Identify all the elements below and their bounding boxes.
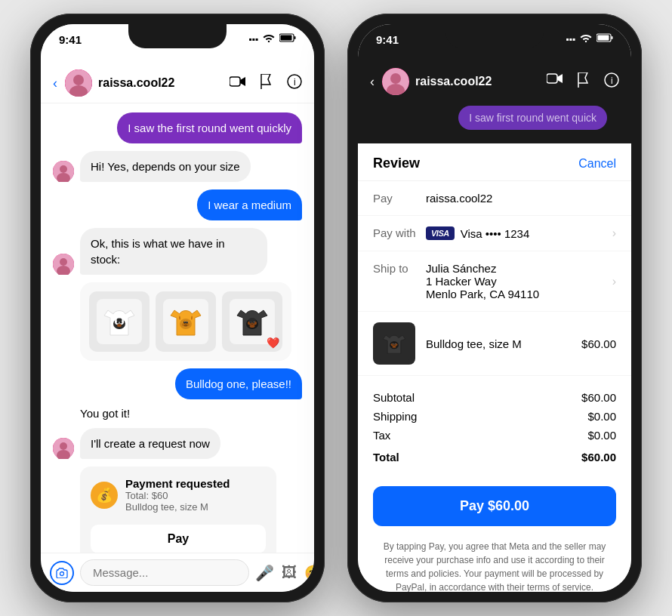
bubble-recv-1: Hi! Yes, depends on your size bbox=[80, 151, 251, 182]
wifi-icon-right bbox=[580, 33, 592, 45]
msg-sent-2: I wear a medium bbox=[53, 189, 302, 220]
sticker-icon[interactable]: 😊 bbox=[304, 564, 314, 582]
msg-system-1: You got it! bbox=[53, 407, 130, 420]
flag-icon-right[interactable] bbox=[577, 72, 590, 91]
svg-point-65 bbox=[395, 343, 396, 344]
payment-title: Payment requested bbox=[125, 477, 230, 490]
phone-right: 9:41 ▪▪▪ ‹ raiss bbox=[347, 14, 642, 602]
review-pay-row: Pay raissa.cool22 bbox=[358, 181, 631, 216]
svg-point-24 bbox=[119, 319, 122, 322]
bubble-sent-2: I wear a medium bbox=[197, 189, 302, 220]
avatar-right bbox=[382, 68, 409, 95]
scene: 9:41 ▪▪▪ ‹ bbox=[0, 0, 672, 616]
visa-badge: VISA bbox=[426, 226, 455, 240]
product-thumb-2[interactable] bbox=[156, 291, 216, 352]
recv-avatar-1 bbox=[53, 161, 74, 182]
preview-msg-area: I saw first round went quick bbox=[370, 100, 619, 136]
bubble-recv-3: I'll create a request now bbox=[80, 428, 220, 459]
svg-point-45 bbox=[60, 442, 67, 450]
svg-point-0 bbox=[268, 41, 270, 42]
review-title-row: Review Cancel bbox=[358, 143, 631, 181]
shipping-row: Shipping $0.00 bbox=[373, 407, 616, 426]
svg-point-11 bbox=[60, 165, 67, 173]
pay-button-card[interactable]: Pay bbox=[91, 525, 266, 553]
review-paywith-row: Pay with VISA Visa •••• 1234 › bbox=[358, 216, 631, 251]
pay-with-arrow[interactable]: › bbox=[612, 226, 616, 240]
payment-card: 💰 Payment requested Total: $60 Bulldog t… bbox=[80, 467, 276, 553]
info-icon-right[interactable]: i bbox=[604, 72, 619, 91]
review-shipto-row: Ship to Julia Sánchez 1 Hacker Way Menlo… bbox=[358, 251, 631, 312]
msg-recv-2: Ok, this is what we have in stock: bbox=[53, 228, 302, 275]
totals-section: Subtotal $60.00 Shipping $0.00 Tax $0.00… bbox=[358, 376, 631, 479]
svg-text:i: i bbox=[294, 77, 296, 88]
back-icon-left[interactable]: ‹ bbox=[53, 75, 57, 91]
svg-point-31 bbox=[184, 322, 185, 322]
svg-point-53 bbox=[390, 73, 401, 84]
svg-point-14 bbox=[60, 258, 67, 266]
chat-header-left: ‹ raissa.cool22 bbox=[41, 63, 314, 103]
payment-info: Payment requested Total: $60 Bulldog tee… bbox=[125, 477, 230, 513]
status-icons-left: ▪▪▪ bbox=[248, 33, 296, 45]
info-icon-left[interactable]: i bbox=[287, 74, 302, 93]
battery-icon-right bbox=[596, 33, 613, 45]
ship-to-arrow[interactable]: › bbox=[612, 275, 616, 288]
review-panel: Review Cancel Pay raissa.cool22 Pay with… bbox=[358, 143, 631, 592]
mic-icon[interactable]: 🎤 bbox=[255, 564, 274, 582]
svg-point-48 bbox=[585, 41, 587, 42]
svg-point-64 bbox=[393, 343, 394, 344]
ship-to-addr2: Menlo Park, CA 94110 bbox=[426, 288, 612, 300]
signal-icon: ▪▪▪ bbox=[248, 34, 258, 45]
total-value: $60.00 bbox=[581, 451, 616, 464]
big-pay-button[interactable]: Pay $60.00 bbox=[373, 486, 616, 526]
total-label: Total bbox=[373, 451, 399, 464]
status-bar-right: 9:41 ▪▪▪ bbox=[358, 24, 631, 63]
product-review-row: Bulldog tee, size M $60.00 bbox=[358, 312, 631, 376]
product-thumb-3[interactable]: ❤️ bbox=[222, 291, 282, 352]
right-screen: 9:41 ▪▪▪ ‹ raiss bbox=[358, 24, 631, 592]
fine-print: By tapping Pay, you agree that Meta and … bbox=[358, 534, 631, 592]
flag-icon-left[interactable] bbox=[260, 74, 273, 93]
payment-icon: 💰 bbox=[91, 482, 118, 509]
preview-bubble: I saw first round went quick bbox=[458, 106, 607, 130]
video-icon-left[interactable] bbox=[230, 75, 246, 91]
payment-total: Total: $60 bbox=[125, 490, 230, 501]
svg-point-22 bbox=[117, 324, 122, 327]
shipping-label: Shipping bbox=[373, 410, 417, 423]
product-thumb-1[interactable] bbox=[89, 291, 150, 352]
msg-recv-3: I'll create a request now bbox=[53, 428, 302, 459]
total-row: Total $60.00 bbox=[373, 445, 616, 467]
message-input[interactable] bbox=[80, 559, 249, 586]
subtotal-label: Subtotal bbox=[373, 391, 415, 404]
pay-with-detail-row: VISA Visa •••• 1234 bbox=[426, 226, 612, 240]
svg-rect-55 bbox=[547, 74, 557, 83]
product-review-name: Bulldog tee, size M bbox=[426, 337, 581, 350]
product-images: ❤️ bbox=[80, 282, 291, 361]
payment-item: Bulldog tee, size M bbox=[125, 501, 230, 513]
recv-avatar-2 bbox=[53, 254, 74, 275]
tax-label: Tax bbox=[373, 429, 390, 442]
cancel-button[interactable]: Cancel bbox=[578, 157, 616, 171]
ship-to-name: Julia Sánchez bbox=[426, 262, 612, 275]
heart-icon: ❤️ bbox=[267, 337, 279, 349]
signal-icon-right: ▪▪▪ bbox=[566, 34, 575, 45]
chat-username-left: raissa.cool22 bbox=[98, 76, 230, 90]
status-icons-right: ▪▪▪ bbox=[566, 33, 613, 45]
pay-to-value: raissa.cool22 bbox=[426, 192, 616, 205]
gallery-icon[interactable]: 🖼 bbox=[282, 564, 297, 582]
svg-point-5 bbox=[73, 75, 84, 85]
svg-point-43 bbox=[248, 318, 256, 322]
phone-left: 9:41 ▪▪▪ ‹ bbox=[30, 14, 325, 602]
review-title: Review bbox=[373, 156, 420, 171]
video-icon-right[interactable] bbox=[547, 72, 563, 91]
svg-point-32 bbox=[186, 322, 187, 322]
camera-button[interactable] bbox=[50, 561, 74, 585]
back-icon-right[interactable]: ‹ bbox=[370, 74, 375, 90]
system-text-1: You got it! bbox=[80, 407, 130, 420]
svg-text:i: i bbox=[611, 75, 613, 86]
left-screen: 9:41 ▪▪▪ ‹ bbox=[41, 24, 314, 592]
tax-value: $0.00 bbox=[587, 429, 616, 442]
shipping-value: $0.00 bbox=[587, 410, 616, 423]
wifi-icon bbox=[263, 33, 275, 45]
svg-rect-7 bbox=[230, 77, 240, 86]
dark-header: ‹ raissa.cool22 i bbox=[358, 63, 631, 143]
